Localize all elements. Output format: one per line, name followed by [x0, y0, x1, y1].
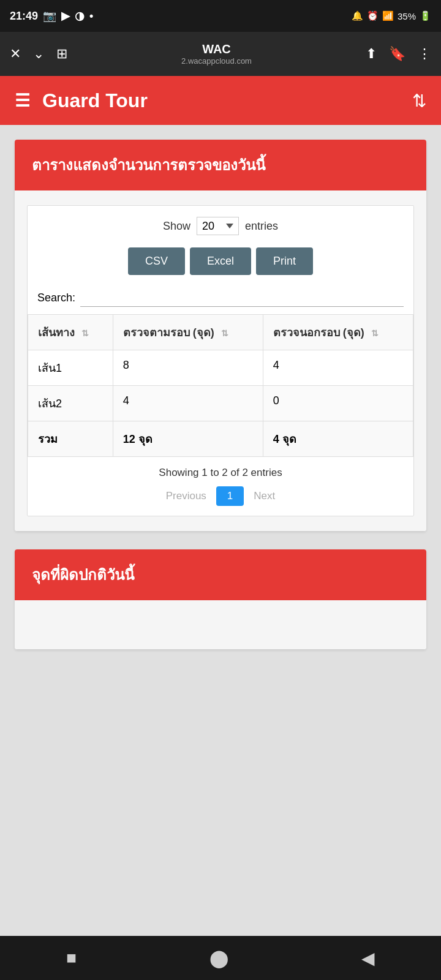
battery-icon: 🔋 [420, 10, 431, 21]
cell-route: เส้น2 [28, 386, 113, 421]
signal-icon: 📶 [382, 10, 394, 21]
nav-square-icon[interactable]: ■ [66, 948, 77, 968]
table-row: เส้น2 4 0 [28, 386, 413, 421]
card1-header: ตารางแสดงจำนวนการตรวจของวันนี้ [15, 140, 426, 190]
tabs-icon[interactable]: ⊞ [56, 46, 67, 62]
action-buttons: CSV Excel Print [28, 241, 413, 281]
cast-icon: ◑ [75, 9, 85, 23]
site-url: 2.wacappcloud.com [80, 56, 353, 66]
nav-circle-icon[interactable]: ⬤ [209, 948, 228, 968]
bottom-nav: ■ ⬤ ◀ [0, 936, 441, 980]
status-bar: 21:49 📷 ▶ ◑ • 🔔 ⏰ 📶 35% 🔋 [0, 0, 441, 32]
sort-arrows-out-round[interactable]: ⇅ [371, 328, 379, 338]
cell-in-round: 8 [113, 350, 263, 386]
browser-title: WAC 2.wacappcloud.com [80, 42, 353, 66]
search-row: Search: [28, 281, 413, 314]
share-icon[interactable]: ⬆ [366, 46, 377, 62]
cell-route: เส้น1 [28, 350, 113, 386]
csv-button[interactable]: CSV [128, 247, 185, 275]
pagination-row: Showing 1 to 2 of 2 entries Previous 1 N… [28, 457, 413, 516]
status-indicators: 🔔 ⏰ 📶 35% 🔋 [352, 10, 431, 21]
data-table: เส้นทาง ⇅ ตรวจตามรอบ (จุด) ⇅ ตรวจนอกรอบ … [28, 314, 413, 457]
show-label: Show [163, 220, 190, 233]
card1-body: Show 20 10 50 100 entries CSV Excel Prin… [15, 190, 426, 531]
cell-in-round: 4 [113, 386, 263, 421]
bookmark-icon[interactable]: 🔖 [389, 46, 405, 62]
header-title-group: ☰ Guard Tour [15, 89, 148, 112]
sort-icon[interactable]: ⇅ [412, 91, 426, 111]
status-time: 21:49 📷 ▶ ◑ • [10, 9, 93, 23]
clock-icon: ⏰ [367, 10, 379, 21]
table-row: เส้น1 8 4 [28, 350, 413, 386]
table-container: Show 20 10 50 100 entries CSV Excel Prin… [27, 205, 414, 516]
search-input[interactable] [80, 288, 404, 307]
camera-icon: 📷 [43, 9, 56, 23]
col-route: เส้นทาง ⇅ [28, 315, 113, 350]
cell-out-round: 0 [263, 386, 413, 421]
app-header: ☰ Guard Tour ⇅ [0, 76, 441, 125]
table-header-row: เส้นทาง ⇅ ตรวจตามรอบ (จุด) ⇅ ตรวจนอกรอบ … [28, 315, 413, 350]
site-name: WAC [80, 42, 353, 56]
page-title: Guard Tour [42, 89, 148, 112]
table-footer-row: รวม 12 จุด 4 จุด [28, 421, 413, 457]
footer-label: รวม [28, 421, 113, 457]
show-entries-row: Show 20 10 50 100 entries [28, 206, 413, 241]
battery-display: 35% [398, 11, 416, 21]
close-icon[interactable]: ✕ [10, 46, 21, 62]
time-display: 21:49 [10, 10, 38, 23]
sort-arrows-route[interactable]: ⇅ [81, 328, 89, 338]
entries-select[interactable]: 20 10 50 100 [197, 217, 239, 235]
dot-indicator: • [89, 10, 93, 23]
next-button[interactable]: Next [249, 488, 280, 505]
chevron-down-icon[interactable]: ⌄ [33, 46, 44, 62]
cell-out-round: 4 [263, 350, 413, 386]
hamburger-menu-icon[interactable]: ☰ [15, 91, 30, 111]
previous-button[interactable]: Previous [161, 488, 211, 505]
footer-out-round: 4 จุด [263, 421, 413, 457]
main-content: ตารางแสดงจำนวนการตรวจของวันนี้ Show 20 1… [0, 125, 441, 682]
excel-button[interactable]: Excel [190, 247, 251, 275]
entries-label: entries [245, 220, 278, 233]
col-in-round: ตรวจตามรอบ (จุด) ⇅ [113, 315, 263, 350]
print-button[interactable]: Print [256, 247, 313, 275]
pagination-info: Showing 1 to 2 of 2 entries [159, 467, 282, 479]
card-abnormal: จุดที่ผิดปกติวันนี้ [15, 549, 426, 649]
card-daily-report: ตารางแสดงจำนวนการตรวจของวันนี้ Show 20 1… [15, 140, 426, 531]
pagination-buttons: Previous 1 Next [161, 486, 281, 506]
card2-header: จุดที่ผิดปกติวันนี้ [15, 549, 426, 600]
search-label: Search: [37, 292, 75, 304]
sort-arrows-in-round[interactable]: ⇅ [221, 328, 228, 338]
more-options-icon[interactable]: ⋮ [418, 46, 431, 62]
footer-in-round: 12 จุด [113, 421, 263, 457]
col-out-round: ตรวจนอกรอบ (จุด) ⇅ [263, 315, 413, 350]
browser-bar: ✕ ⌄ ⊞ WAC 2.wacappcloud.com ⬆ 🔖 ⋮ [0, 32, 441, 76]
page-1-button[interactable]: 1 [216, 486, 244, 506]
nav-back-icon[interactable]: ◀ [361, 948, 375, 968]
card2-body [15, 600, 426, 649]
alarm-icon: 🔔 [352, 10, 363, 21]
youtube-icon: ▶ [61, 9, 70, 23]
